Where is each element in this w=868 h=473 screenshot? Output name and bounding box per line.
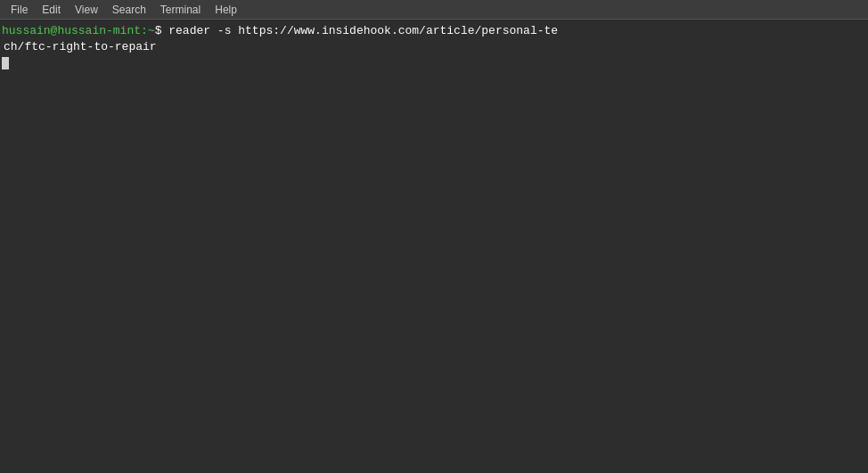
prompt-user: hussain@hussain-mint (2, 23, 141, 39)
menu-edit[interactable]: Edit (35, 2, 68, 18)
terminal-line-1: hussain@hussain-mint:~$ reader -s https:… (2, 23, 866, 39)
terminal-line-2: ch/ftc-right-to-repair (2, 39, 866, 55)
menu-terminal[interactable]: Terminal (153, 2, 208, 18)
prompt-symbol: $ (155, 23, 162, 39)
terminal-command-line2: ch/ftc-right-to-repair (4, 39, 157, 55)
menu-help[interactable]: Help (208, 2, 244, 18)
menu-view[interactable]: View (68, 2, 105, 18)
terminal-cursor (2, 57, 9, 69)
terminal-body[interactable]: hussain@hussain-mint:~$ reader -s https:… (0, 20, 868, 473)
menu-file[interactable]: File (4, 2, 35, 18)
prompt-path: :~ (141, 23, 155, 39)
terminal-command-line1: reader -s https://www.insidehook.com/art… (161, 23, 558, 39)
menu-search[interactable]: Search (105, 2, 153, 18)
terminal-cursor-line (2, 55, 866, 69)
menu-bar: File Edit View Search Terminal Help (0, 0, 868, 20)
